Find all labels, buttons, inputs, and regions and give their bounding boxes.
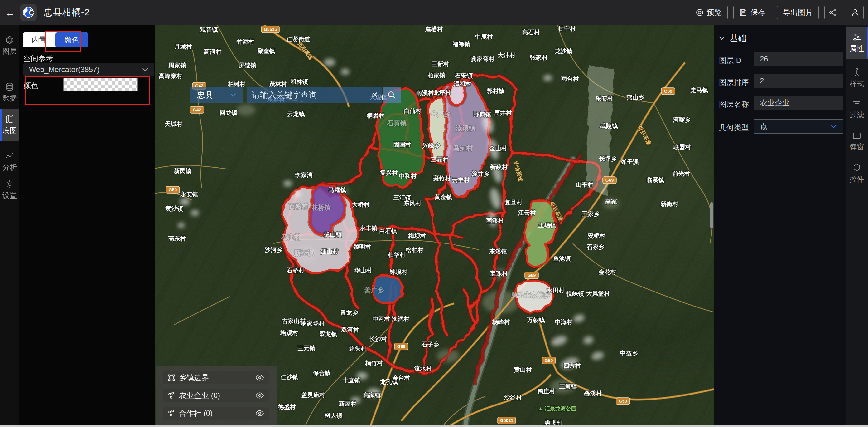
map-label: 中海村 — [555, 319, 573, 325]
points-layer-icon — [168, 392, 175, 399]
basemap-tabs: 内置 颜色 — [23, 32, 88, 48]
map-label: 永安镇 — [180, 191, 198, 198]
layer-name-input[interactable]: 农业企业 — [753, 96, 843, 110]
map-label: 河嘴乡 — [673, 116, 691, 123]
sidebar-label: 数据 — [2, 93, 17, 103]
map-label: 弹子溪 — [621, 159, 639, 165]
share-icon — [829, 8, 837, 17]
tab-builtin[interactable]: 内置 — [23, 32, 56, 48]
export-image-button[interactable]: 导出图片 — [777, 6, 819, 19]
map-label: 龙沙镇 — [555, 48, 573, 54]
map-label: 山平村 — [576, 181, 594, 188]
basemap-icon — [5, 115, 14, 124]
map-label: 复旦村 — [504, 199, 523, 206]
search-button[interactable] — [382, 87, 401, 103]
map-label: 青龙乡 — [340, 309, 358, 316]
filter-icon — [852, 100, 861, 108]
preview-button[interactable]: 预览 — [690, 6, 728, 19]
road-badge-label: G42 — [193, 107, 202, 112]
tab-style[interactable]: 样式 — [845, 62, 868, 94]
map-label: 云丰村 — [452, 177, 470, 183]
share-button[interactable] — [824, 6, 841, 19]
map-label: 永丰镇 — [360, 225, 378, 232]
map-label: 乐安村 — [595, 95, 613, 102]
road-badge-label: G5021 — [500, 418, 513, 423]
app-logo — [20, 4, 37, 21]
map-label: 黄金镇 — [434, 194, 453, 200]
back-button[interactable]: ← — [0, 6, 20, 19]
save-button[interactable]: 保存 — [733, 6, 771, 19]
chevron-down-icon — [718, 36, 725, 40]
map-canvas[interactable]: 张南高速银百高速银百高速沪渝高速G5515G42G42G50G69G69G69G… — [155, 25, 714, 427]
rail-label: 过滤 — [849, 110, 864, 120]
tab-color[interactable]: 颜色 — [56, 32, 88, 48]
map-label: 石庙村 — [281, 233, 301, 241]
color-swatch[interactable] — [63, 78, 138, 91]
map-label: 石子乡 — [421, 341, 439, 348]
layer-item-enterprise[interactable]: 农业企业 (0) — [163, 389, 269, 402]
map-label: 临溪镇 — [647, 177, 664, 183]
preview-eye-icon — [695, 8, 704, 17]
visibility-eye-icon[interactable] — [256, 375, 264, 381]
map-label: 善广乡 — [364, 287, 384, 294]
road-badge-label: G69 — [606, 178, 614, 182]
sidebar-item-analysis[interactable]: 分析 — [0, 147, 19, 176]
spatial-ref-select[interactable]: Web_Mercator(3857) — [23, 63, 154, 76]
map-label: 杨峰村 — [492, 319, 510, 325]
tab-popup[interactable]: 弹窗 — [845, 126, 868, 157]
layer-id-input[interactable]: 26 — [753, 52, 843, 66]
visibility-eye-icon[interactable] — [256, 392, 264, 399]
map-label: 仁贤街道 — [286, 36, 310, 42]
map-label: 涂井乡 — [472, 170, 490, 177]
layer-order-input[interactable]: 2 — [753, 74, 843, 88]
geometry-type-select[interactable]: 点 — [753, 119, 843, 134]
map-label: 四方村 — [563, 362, 581, 369]
map-label: 石安镇 — [455, 73, 473, 79]
map-label: 和林镇 — [290, 78, 308, 85]
map-scrollbar-thumb[interactable] — [710, 202, 713, 228]
points-layer-icon — [168, 409, 175, 417]
export-label: 导出图片 — [783, 7, 813, 18]
tab-attributes[interactable]: 属性 — [845, 27, 868, 59]
map-label: 鸭庄村 — [537, 388, 555, 395]
region-select[interactable]: 忠县 — [190, 87, 243, 103]
search-icon — [387, 90, 396, 99]
page-title: 忠县柑橘-2 — [44, 6, 90, 19]
tab-filter[interactable]: 过滤 — [845, 94, 868, 125]
user-button[interactable] — [847, 6, 864, 19]
spatial-ref-value: Web_Mercator(3857) — [29, 65, 99, 74]
sidebar-item-data[interactable]: 数据 — [0, 78, 19, 107]
map-label: 龙头村 — [348, 345, 367, 352]
layer-order-value: 2 — [760, 77, 764, 85]
map-label: 罗家场村 — [301, 320, 324, 327]
map-label: 叠溪村 — [584, 390, 602, 397]
attributes-panel: 基础 图层ID 26 图层排序 2 图层名称 农业企业 几何类型 点 — [714, 25, 845, 425]
road-badge-label: G69 — [664, 89, 673, 94]
map-label: 高东村 — [168, 235, 186, 242]
map-label: 观音镇 — [200, 27, 218, 33]
map-label: 黄沙镇 — [165, 205, 183, 212]
map-label: 张家村 — [530, 54, 548, 61]
sidebar-item-layers[interactable]: 图层 — [0, 31, 19, 60]
sidebar-label: 分析 — [2, 163, 17, 172]
map-label: 石黄镇 — [387, 119, 407, 127]
tab-widgets[interactable]: 控件 — [845, 158, 868, 189]
road-badge-label: G69 — [528, 273, 536, 278]
map-label: 高家 — [605, 198, 617, 205]
sliders-icon — [852, 33, 862, 41]
map-label: 天城村 — [165, 121, 183, 127]
map-label: 仁沙镇 — [280, 374, 299, 380]
map-label: 柏家镇 — [428, 72, 445, 79]
layer-item-cooperative[interactable]: 合作社 (0) — [163, 407, 269, 420]
map-label: 郭村镇 — [487, 88, 505, 94]
clear-search-icon[interactable]: ✕ — [368, 87, 382, 103]
road-badge-label: G50 — [619, 399, 627, 404]
section-basic[interactable]: 基础 — [718, 32, 746, 44]
sidebar-item-settings[interactable]: 设置 — [0, 175, 19, 204]
sidebar-item-basemap[interactable]: 底图 — [0, 109, 19, 141]
search-input[interactable]: 请输入关键字查询 — [247, 87, 368, 103]
visibility-eye-icon[interactable] — [256, 410, 264, 417]
map-label: 东溪镇 — [489, 248, 507, 255]
map-label: 百粮村 — [289, 203, 309, 210]
layer-item-boundary[interactable]: 乡镇边界 — [163, 371, 269, 384]
